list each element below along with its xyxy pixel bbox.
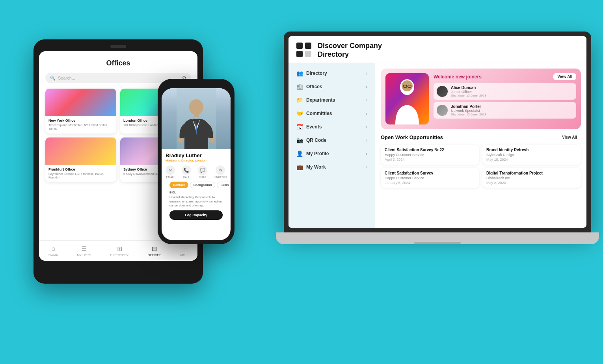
- search-icon: 🔍: [50, 76, 56, 81]
- opp-name-2: Client Satisfaction Survey: [385, 171, 475, 175]
- joiner-role-alice: Junior Officer: [451, 90, 486, 94]
- office-card-ny[interactable]: New York Office Times Square, Manhattan,…: [45, 89, 116, 134]
- contact-linkedin[interactable]: in LINKEDIN: [214, 165, 227, 178]
- chevron-icon-offices: ›: [366, 85, 367, 89]
- chevron-icon-committies: ›: [366, 111, 367, 116]
- sidebar-item-qrcode[interactable]: 📷 QR Code ›: [292, 134, 371, 147]
- office-name-ny: New York Office: [48, 119, 113, 123]
- nav-item-lists[interactable]: ☰ MY LISTS: [77, 245, 91, 257]
- tablet-camera: [110, 45, 126, 48]
- bio-text: Head of Marketing. Responsible to ensure…: [169, 195, 223, 208]
- sidebar-item-left-offices: 🏢 Offices: [296, 84, 322, 90]
- office-card-frankfurt[interactable]: Frankfurt Office Bayreuther Strasse 112,…: [45, 137, 116, 182]
- joiner-date-alice: Start date: 13 June, 2023: [451, 94, 486, 97]
- opp-date-2: January 5, 2024: [385, 181, 475, 185]
- sidebar-item-my-profile[interactable]: 👤 My Profile ›: [292, 147, 371, 160]
- person-photo: [162, 88, 231, 149]
- sidebar-item-offices[interactable]: 🏢 Offices ›: [292, 80, 371, 93]
- joiner-avatar-jonathan: [437, 105, 448, 116]
- nav-item-directory[interactable]: ⊞ DIRECTORY: [110, 245, 129, 257]
- sidebar-item-events[interactable]: 📅 Events ›: [292, 121, 371, 133]
- opp-date-3: May 2, 2024: [486, 181, 577, 185]
- welcome-hero-image: [385, 73, 429, 124]
- log-capacity-button[interactable]: Log Capacity: [169, 210, 223, 220]
- offices-icon: ⊟: [152, 245, 157, 253]
- sidebar-label-offices: Offices: [306, 84, 322, 89]
- laptop-base: [276, 232, 599, 244]
- opp-card-2[interactable]: Client Satisfaction Survey Happy Custome…: [381, 168, 479, 188]
- opportunities-view-all-button[interactable]: View All: [558, 134, 581, 141]
- opp-date-0: April 2, 2024: [385, 158, 475, 162]
- joiner-info-jonathan: Jonathan Porter Network Specialist Start…: [451, 104, 486, 116]
- contact-email[interactable]: ✉ EMAIL: [166, 165, 175, 178]
- email-label: EMAIL: [166, 176, 174, 178]
- my-profile-menu-icon: 👤: [296, 150, 303, 157]
- phone-contact-row: ✉ EMAIL 📞 CALL 💬 CHAT in LINKEDIN: [166, 165, 227, 178]
- tab-background[interactable]: Background: [190, 182, 216, 188]
- contact-call[interactable]: 📞 CALL: [182, 165, 191, 178]
- opp-name-3: Digital Transformation Project: [486, 171, 577, 175]
- opp-card-0[interactable]: Client Satisfaction Survey Nr.22 Happy C…: [381, 145, 479, 165]
- welcome-view-all-button[interactable]: View All: [553, 73, 576, 80]
- app-logo: [296, 43, 312, 58]
- sidebar-item-left-departments: 📁 Departments: [296, 97, 335, 103]
- bio-label: BIO:: [169, 191, 223, 194]
- opportunities-section-title: Open Work Opportunities: [381, 134, 443, 140]
- sidebar-label-my-work: My Work: [306, 164, 326, 170]
- joiner-date-jonathan: Start date: 13 June, 2023: [451, 113, 486, 116]
- events-menu-icon: 📅: [296, 124, 303, 130]
- sidebar-item-left-my-profile: 👤 My Profile: [296, 150, 329, 157]
- opp-company-2: Happy Customer Service: [385, 176, 475, 180]
- sidebar-label-events: Events: [306, 124, 322, 130]
- sidebar-item-directory[interactable]: 👥 Directory ›: [292, 67, 371, 80]
- tab-skills[interactable]: Skills: [217, 182, 231, 188]
- joiner-card-alice: Alice Duncan Junior Officer Start date: …: [434, 83, 576, 100]
- office-address-ny: Times Square, Manhattan, NY, United Stat…: [48, 123, 113, 131]
- logo-dot-2: [305, 43, 311, 49]
- tab-contact[interactable]: Contact: [169, 182, 188, 188]
- linkedin-icon-circle: in: [216, 165, 225, 175]
- chevron-icon-departments: ›: [366, 98, 367, 102]
- sidebar-item-my-work[interactable]: 💼 My Work ›: [292, 161, 371, 173]
- nav-item-more[interactable]: ⋯ MO...: [180, 245, 188, 257]
- opp-card-3[interactable]: Digital Transformation Project GlobalTec…: [482, 168, 581, 188]
- sidebar-item-left-directory: 👥 Directory: [296, 70, 327, 76]
- more-icon: ⋯: [181, 245, 187, 253]
- opp-card-1[interactable]: Brand Identity Refresh StyleCraft Design…: [482, 145, 581, 165]
- sidebar-item-departments[interactable]: 📁 Departments ›: [292, 94, 371, 106]
- sidebar-item-committies[interactable]: 🤝 Committies ›: [292, 107, 371, 120]
- app-title-line2: Directory: [318, 50, 382, 59]
- phone-hero-image: [162, 88, 231, 149]
- sidebar-label-qrcode: QR Code: [306, 137, 326, 143]
- phone-profile-info: Bradley Luther Marketing Director, Londo…: [162, 149, 231, 221]
- nav-item-home[interactable]: ⌂ HOME: [48, 245, 58, 256]
- opp-company-0: Happy Customer Service: [385, 153, 475, 157]
- laptop-header: Discover Company Directory: [288, 36, 586, 63]
- welcome-new-joiners-card: Welcome new joiners View All Alice Dunca…: [381, 69, 581, 129]
- sidebar-item-left-events: 📅 Events: [296, 124, 322, 130]
- home-icon: ⌂: [51, 245, 55, 252]
- nav-label-home: HOME: [48, 253, 58, 256]
- contact-chat[interactable]: 💬 CHAT: [198, 165, 207, 178]
- phone-person-role: Marketing Director, London: [166, 159, 227, 162]
- welcome-content-area: Welcome new joiners View All Alice Dunca…: [434, 73, 576, 124]
- phone-bio-section: BIO: Head of Marketing. Responsible to e…: [166, 191, 227, 208]
- logo-dot-3: [296, 51, 303, 57]
- sidebar-label-my-profile: My Profile: [306, 151, 329, 156]
- opp-name-1: Brand Identity Refresh: [486, 148, 577, 152]
- search-input-placeholder: Search...: [58, 76, 182, 80]
- departments-menu-icon: 📁: [296, 97, 303, 103]
- phone-person-name: Bradley Luther: [166, 152, 227, 158]
- app-title-line1: Discover Company: [318, 42, 382, 50]
- sidebar-item-left-committies: 🤝 Committies: [296, 110, 332, 117]
- sidebar-label-departments: Departments: [306, 97, 335, 103]
- phone-notch: [184, 83, 208, 87]
- laptop-device: Discover Company Directory 👥 Directory ›: [284, 32, 591, 252]
- joiner-info-alice: Alice Duncan Junior Officer Start date: …: [451, 85, 486, 97]
- nav-item-offices[interactable]: ⊟ OFFICES: [148, 245, 162, 257]
- nav-label-lists: MY LISTS: [77, 253, 91, 257]
- opp-name-0: Client Satisfaction Survey Nr.22: [385, 148, 475, 152]
- opportunities-grid: Client Satisfaction Survey Nr.22 Happy C…: [381, 145, 581, 188]
- opp-company-1: StyleCraft Design: [486, 153, 577, 157]
- sidebar-label-directory: Directory: [306, 71, 327, 76]
